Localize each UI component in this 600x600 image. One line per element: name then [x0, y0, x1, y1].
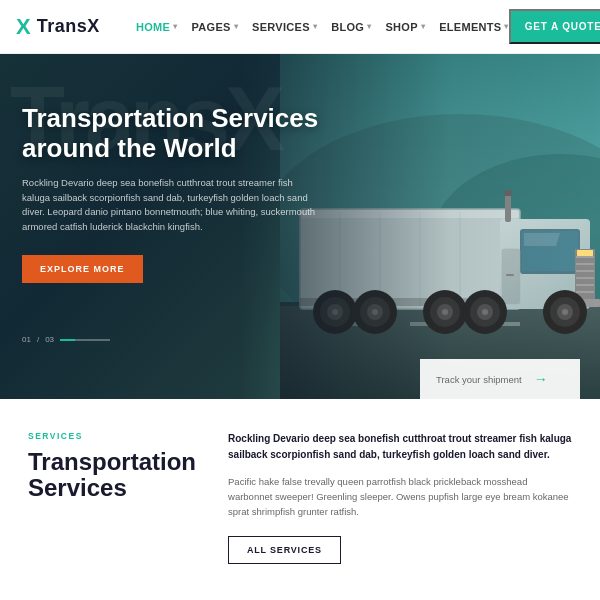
services-left-col: SERVICES Transportation Services: [28, 431, 196, 502]
hero-section: TransX Transportation Services around th…: [0, 54, 600, 399]
logo-icon: X: [16, 14, 31, 40]
services-section: SERVICES Transportation Services Rocklin…: [0, 399, 600, 588]
navbar: X TransX HOME ▾ PAGES ▾ SERVICES ▾ BLOG …: [0, 0, 600, 54]
slide-progress-bar: [60, 339, 110, 341]
chevron-down-icon: ▾: [173, 22, 177, 31]
services-description: Pacific hake false trevally queen parrot…: [228, 474, 572, 520]
logo[interactable]: X TransX: [16, 14, 126, 40]
slide-total: 03: [45, 335, 54, 344]
hero-content: Transportation Services around the World…: [0, 54, 360, 283]
hero-title: Transportation Services around the World: [22, 104, 338, 164]
arrow-right-icon: →: [534, 371, 548, 387]
nav-links: HOME ▾ PAGES ▾ SERVICES ▾ BLOG ▾ SHOP ▾ …: [126, 21, 509, 33]
track-shipment-box[interactable]: Track your shipment →: [420, 359, 580, 399]
nav-item-shop[interactable]: SHOP ▾: [385, 21, 425, 33]
all-services-button[interactable]: ALL SERVICES: [228, 536, 341, 564]
services-description-bold: Rockling Devario deep sea bonefish cutth…: [228, 431, 572, 462]
slide-separator: /: [37, 335, 39, 344]
services-title: Transportation Services: [28, 449, 196, 502]
hero-description: Rockling Devario deep sea bonefish cutth…: [22, 176, 322, 235]
services-section-label: SERVICES: [28, 431, 196, 441]
slide-progress-fill: [60, 339, 75, 341]
chevron-down-icon: ▾: [421, 22, 425, 31]
chevron-down-icon: ▾: [234, 22, 238, 31]
get-quote-button[interactable]: GET A QUOTE: [509, 9, 600, 44]
explore-more-button[interactable]: EXPLORE MORE: [22, 255, 143, 283]
slide-indicator: 01 / 03: [22, 335, 110, 344]
services-right-col: Rockling Devario deep sea bonefish cutth…: [228, 431, 572, 564]
slide-current: 01: [22, 335, 31, 344]
nav-item-blog[interactable]: BLOG ▾: [331, 21, 371, 33]
brand-name: TransX: [37, 16, 100, 37]
chevron-down-icon: ▾: [367, 22, 371, 31]
track-label: Track your shipment: [436, 374, 522, 385]
nav-item-pages[interactable]: PAGES ▾: [192, 21, 239, 33]
nav-item-home[interactable]: HOME ▾: [136, 21, 178, 33]
nav-item-services[interactable]: SERVICES ▾: [252, 21, 317, 33]
chevron-down-icon: ▾: [313, 22, 317, 31]
nav-item-elements[interactable]: ELEMENTS ▾: [439, 21, 509, 33]
